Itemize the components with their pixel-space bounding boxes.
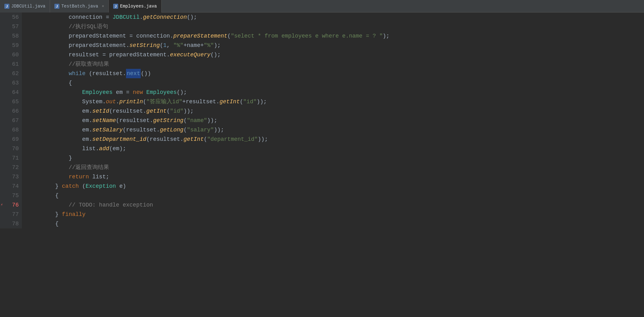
code-token: ( [204,135,207,144]
tab-JDBCUtil-java[interactable]: JJDBCUtil.java [0,0,50,13]
line-number: 78 [0,219,22,228]
code-token: "%" [204,41,214,50]
code-token: em. [28,116,92,125]
code-token: , [167,41,174,50]
code-token [28,22,69,31]
editor-container: JJDBCUtil.javaJTestBatch.java✕JEmployees… [0,0,644,228]
code-token: (resultset. [86,69,126,78]
line-number: 75 [0,191,22,200]
code-token: (em); [109,144,126,153]
code-token: } [28,210,62,219]
code-line: preparedStatement.setString(1, "%"+name+… [22,41,644,50]
code-token: (); [210,50,220,59]
code-token: add [99,144,109,153]
code-token: JDBCUtil [113,13,139,22]
editor-body: 56 connection = JDBCUtil.getConnection()… [0,13,644,228]
code-token: list; [89,172,109,182]
code-token: list. [28,144,99,153]
java-file-icon: J [54,4,59,9]
code-token: setDepartment_id [92,135,146,144]
code-token [28,69,69,78]
code-token: em = [113,88,133,97]
code-token: { [28,191,58,200]
code-token: { [28,219,58,228]
code-token: getInt [146,106,167,116]
code-line: //获取查询结果 [22,59,644,69]
code-token: } [28,182,62,191]
code-token: executeQuery [170,50,211,59]
code-token: return [69,172,89,182]
code-line: //返回查询结果 [22,163,644,172]
code-token: ( [227,31,231,41]
code-token: "答应输入id" [146,97,182,106]
line-wrapper: 74 } catch (Exception e) [0,182,644,191]
code-token: )); [257,97,267,106]
code-token: ( [184,125,187,135]
code-token: finally [62,210,86,219]
code-token [28,88,82,97]
code-token: preparedStatement. [28,41,129,50]
code-line: em.setSalary(resultset.getLong("salary")… [22,125,644,135]
line-number: 68 [0,125,22,135]
line-wrapper: ⚡76 // TODO: handle exception [0,200,644,210]
code-token [28,59,69,69]
code-token: "id" [243,97,257,106]
code-token: . [139,13,143,22]
line-number: 57 [0,22,22,31]
code-token: e) [116,182,126,191]
line-wrapper: 70 list.add(em); [0,144,644,153]
code-token: } [69,153,72,163]
code-token: resultset = preparedStatement. [28,50,170,59]
code-token: connection = [28,13,113,22]
line-number: 70 [0,144,22,153]
line-wrapper: 75 { [0,191,644,200]
tab-close-icon[interactable]: ✕ [102,4,104,8]
code-token: ()) [141,69,151,78]
code-token: System. [28,97,106,106]
code-line: } catch (Exception e) [22,182,644,191]
code-line: while (resultset.next()) [22,69,644,78]
code-token: (resultset. [123,125,160,135]
line-number: ⚡76 [0,200,22,210]
code-token: )); [207,116,217,125]
code-token: getString [153,116,184,125]
code-token: . [116,97,119,106]
code-token: ( [79,182,86,191]
tab-Employees-java[interactable]: JEmployees.java [109,0,162,13]
code-token: (); [177,88,187,97]
line-wrapper: 65 System.out.println("答应输入id"+resultset… [0,97,644,106]
code-token: "select * from employees e where e.name … [231,31,383,41]
line-wrapper: 68 em.setSalary(resultset.getLong("salar… [0,125,644,135]
line-number: 60 [0,50,22,59]
code-token: getLong [160,125,184,135]
line-number: 56 [0,13,22,22]
code-token: println [119,97,143,106]
tab-label: JDBCUtil.java [11,4,45,9]
code-token: //执行SQL语句 [69,22,108,31]
code-token: ( [184,116,187,125]
line-wrapper: 56 connection = JDBCUtil.getConnection()… [0,13,644,22]
line-wrapper: 73 return list; [0,172,644,182]
code-token: )); [214,125,224,135]
tab-TestBatch-java[interactable]: JTestBatch.java✕ [50,0,109,13]
svg-text:J: J [6,4,8,8]
code-token: //返回查询结果 [69,163,109,172]
line-wrapper: 63 { [0,78,644,88]
code-token: (resultset. [116,116,153,125]
line-number: 73 [0,172,22,182]
line-number: 63 [0,78,22,88]
code-token: next [126,69,141,78]
code-line: resultset = preparedStatement.executeQue… [22,50,644,59]
code-token: em. [28,135,92,144]
code-token: )); [258,135,268,144]
code-token: (resultset. [109,106,146,116]
code-line: // TODO: handle exception [22,200,644,210]
line-wrapper: 61 //获取查询结果 [0,59,644,69]
code-token: catch [62,182,79,191]
line-wrapper: 71 } [0,153,644,163]
code-line: } finally [22,210,644,219]
code-token: (); [187,13,197,22]
code-token [28,163,69,172]
code-token: // TODO: handle exception [69,200,153,210]
code-token: { [28,78,72,88]
